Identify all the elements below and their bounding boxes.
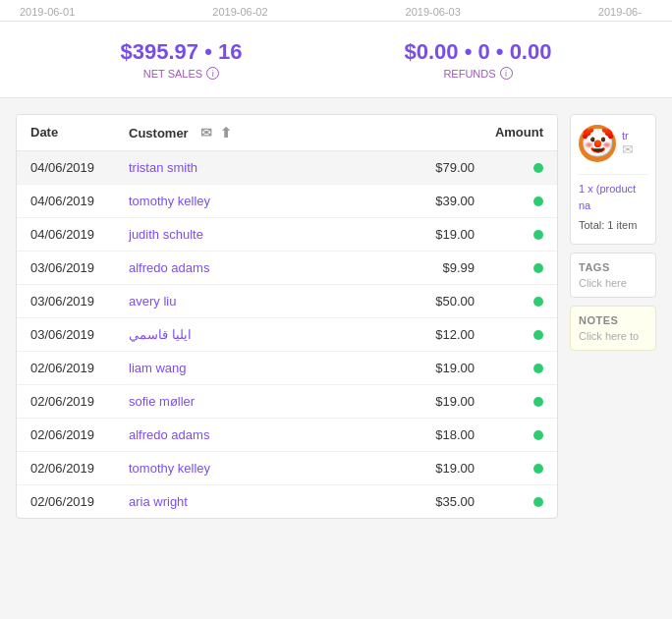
- row-date: 03/06/2019: [30, 327, 129, 342]
- row-customer[interactable]: liam wang: [129, 361, 396, 375]
- row-status: [475, 263, 543, 273]
- avatar-emoji: 🤡: [581, 130, 615, 157]
- status-dot: [533, 297, 543, 307]
- chart-date-3: 2019-06-03: [406, 6, 461, 21]
- row-date: 02/06/2019: [30, 361, 129, 375]
- row-amount: $19.00: [396, 227, 475, 242]
- row-amount: $50.00: [396, 294, 475, 309]
- row-customer[interactable]: sofie møller: [129, 394, 396, 409]
- row-status: [475, 163, 543, 173]
- row-status: [475, 197, 543, 206]
- status-dot: [533, 464, 543, 474]
- table-row[interactable]: 03/06/2019 alfredo adams $9.99: [17, 252, 557, 285]
- orders-table: Date Customer ✉ ⬆ Amount 04/06/2019 tris…: [16, 114, 558, 519]
- customer-name-abbr[interactable]: tr: [622, 130, 634, 141]
- row-amount: $12.00: [396, 327, 475, 342]
- row-customer[interactable]: alfredo adams: [129, 260, 396, 275]
- row-date: 04/06/2019: [30, 160, 129, 175]
- col-icons: ✉ ⬆: [200, 125, 232, 141]
- notes-click-here[interactable]: Click here to: [579, 330, 647, 342]
- row-customer[interactable]: tristan smith: [129, 160, 396, 175]
- product-info: 1 x (product na: [579, 181, 647, 213]
- row-customer[interactable]: judith schulte: [129, 227, 396, 242]
- table-row[interactable]: 03/06/2019 ايليا قاسمي $12.00: [17, 318, 557, 352]
- status-dot: [533, 497, 543, 507]
- side-panel: 🤡 tr ✉ 1 x (product na Total: 1 item TAG…: [570, 114, 656, 519]
- avatar-row: 🤡 tr ✉: [579, 125, 634, 162]
- tags-title: TAGS: [579, 261, 647, 273]
- customer-email-icon[interactable]: ✉: [622, 141, 634, 157]
- summary-bar: $395.97 • 16 NET SALES i $0.00 • 0 • 0.0…: [0, 22, 672, 98]
- table-row[interactable]: 04/06/2019 tomothy kelley $39.00: [17, 185, 557, 218]
- row-amount: $35.00: [396, 494, 475, 509]
- table-row[interactable]: 02/06/2019 aria wright $35.00: [17, 485, 557, 518]
- refunds-label: REFUNDS i: [404, 67, 551, 80]
- row-amount: $19.00: [396, 461, 475, 476]
- row-date: 02/06/2019: [30, 461, 129, 476]
- status-dot: [533, 397, 543, 407]
- row-customer[interactable]: tomothy kelley: [129, 194, 396, 208]
- notes-section: NOTES Click here to: [570, 306, 656, 351]
- row-customer[interactable]: aria wright: [129, 494, 396, 509]
- row-status: [475, 464, 543, 474]
- row-amount: $19.00: [396, 361, 475, 375]
- row-date: 02/06/2019: [30, 394, 129, 409]
- row-status: [475, 497, 543, 507]
- notes-title: NOTES: [579, 314, 647, 326]
- row-status: [475, 330, 543, 340]
- chart-date-1: 2019-06-01: [20, 6, 75, 21]
- col-header-amount: Amount: [475, 125, 543, 141]
- col-header-date: Date: [30, 125, 129, 141]
- table-header: Date Customer ✉ ⬆ Amount: [17, 115, 557, 151]
- table-body: 04/06/2019 tristan smith $79.00 04/06/20…: [17, 151, 557, 518]
- status-dot: [533, 230, 543, 240]
- table-row[interactable]: 03/06/2019 avery liu $50.00: [17, 285, 557, 318]
- refunds-summary: $0.00 • 0 • 0.00 REFUNDS i: [404, 39, 551, 80]
- table-row[interactable]: 04/06/2019 tristan smith $79.00: [17, 151, 557, 185]
- chart-date-2: 2019-06-02: [212, 6, 267, 21]
- row-customer[interactable]: tomothy kelley: [129, 461, 396, 476]
- refunds-value: $0.00 • 0 • 0.00: [404, 39, 551, 65]
- divider: [579, 174, 647, 175]
- net-sales-info-icon[interactable]: i: [206, 67, 219, 80]
- table-row[interactable]: 02/06/2019 alfredo adams $18.00: [17, 419, 557, 452]
- net-sales-summary: $395.97 • 16 NET SALES i: [121, 39, 243, 80]
- status-dot: [533, 430, 543, 440]
- row-date: 03/06/2019: [30, 294, 129, 309]
- net-sales-label: NET SALES i: [121, 67, 243, 80]
- row-amount: $9.99: [396, 260, 475, 275]
- status-dot: [533, 364, 543, 373]
- table-row[interactable]: 02/06/2019 sofie møller $19.00: [17, 385, 557, 419]
- row-status: [475, 397, 543, 407]
- net-sales-value: $395.97 • 16: [121, 39, 243, 65]
- status-dot: [533, 263, 543, 273]
- row-status: [475, 430, 543, 440]
- row-date: 04/06/2019: [30, 227, 129, 242]
- total-line: Total: 1 item: [579, 217, 637, 234]
- tags-click-here[interactable]: Click here: [579, 277, 647, 289]
- export-icon[interactable]: ⬆: [220, 125, 232, 141]
- customer-card: 🤡 tr ✉ 1 x (product na Total: 1 item: [570, 114, 656, 245]
- chart-dates-bar: 2019-06-01 2019-06-02 2019-06-03 2019-06…: [0, 0, 672, 22]
- product-line: 1 x (product na: [579, 183, 636, 211]
- row-customer[interactable]: alfredo adams: [129, 427, 396, 442]
- row-customer[interactable]: avery liu: [129, 294, 396, 309]
- table-row[interactable]: 02/06/2019 tomothy kelley $19.00: [17, 452, 557, 485]
- email-icon[interactable]: ✉: [200, 125, 212, 141]
- table-row[interactable]: 02/06/2019 liam wang $19.00: [17, 352, 557, 385]
- tags-section: TAGS Click here: [570, 253, 656, 298]
- row-amount: $39.00: [396, 194, 475, 208]
- status-dot: [533, 197, 543, 206]
- row-date: 03/06/2019: [30, 260, 129, 275]
- status-dot: [533, 330, 543, 340]
- chart-date-4: 2019-06-: [598, 6, 642, 21]
- row-date: 02/06/2019: [30, 494, 129, 509]
- refunds-info-icon[interactable]: i: [500, 67, 513, 80]
- table-row[interactable]: 04/06/2019 judith schulte $19.00: [17, 218, 557, 252]
- row-status: [475, 230, 543, 240]
- col-header-customer: Customer ✉ ⬆: [129, 125, 396, 141]
- row-status: [475, 364, 543, 373]
- row-amount: $19.00: [396, 394, 475, 409]
- row-customer[interactable]: ايليا قاسمي: [129, 327, 396, 342]
- row-date: 04/06/2019: [30, 194, 129, 208]
